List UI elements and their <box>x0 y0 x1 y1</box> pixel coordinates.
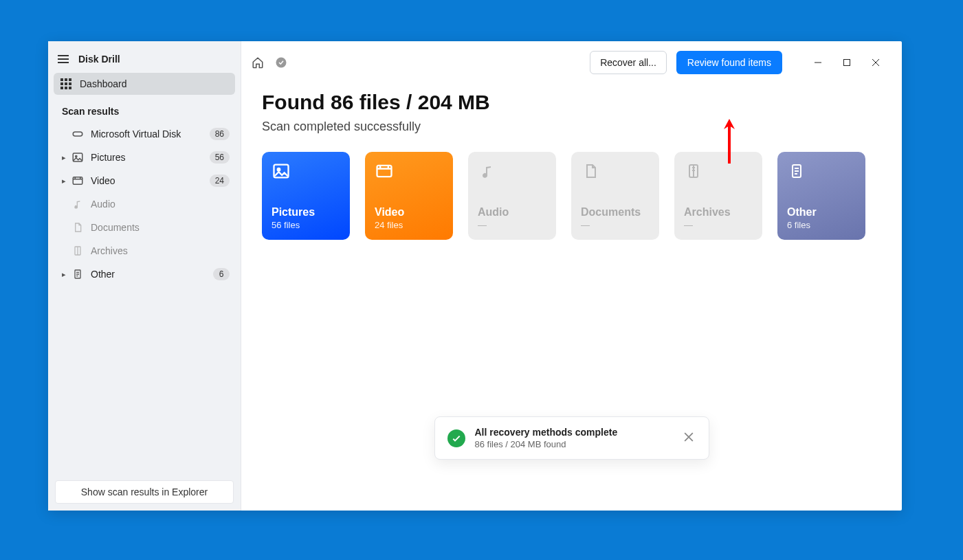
svg-rect-3 <box>73 177 82 185</box>
sidebar-items: Dashboard Scan results ▸ Microsoft Virtu… <box>48 73 241 473</box>
card-sub: 24 files <box>375 220 443 230</box>
close-button[interactable] <box>862 52 889 74</box>
sidebar-item-label: Pictures <box>91 152 210 163</box>
card-documents[interactable]: Documents — <box>571 152 659 240</box>
check-icon <box>447 429 465 447</box>
count-badge: 86 <box>210 128 230 140</box>
sidebar-item-label: Video <box>91 175 210 186</box>
minimize-button[interactable] <box>804 52 832 74</box>
app-title: Disk Drill <box>78 54 120 65</box>
card-title: Archives <box>684 206 753 219</box>
sidebar-item-label: Audio <box>91 199 230 210</box>
count-badge: 6 <box>213 268 230 280</box>
card-title: Video <box>375 206 443 219</box>
card-sub: — <box>581 220 650 230</box>
card-sub: 6 files <box>787 220 856 230</box>
svg-point-2 <box>76 155 77 157</box>
document-icon <box>581 161 600 181</box>
count-badge: 24 <box>210 175 230 187</box>
hamburger-icon[interactable] <box>58 55 69 63</box>
svg-rect-0 <box>73 132 82 136</box>
toast-sub: 86 files / 204 MB found <box>475 439 672 449</box>
svg-point-6 <box>276 58 287 68</box>
video-icon <box>71 175 84 187</box>
sidebar-item-pictures[interactable]: ▸ Pictures 56 <box>55 146 234 169</box>
card-pictures[interactable]: Pictures 56 files <box>262 152 350 240</box>
review-found-items-button[interactable]: Review found items <box>676 51 782 74</box>
toast-title: All recovery methods complete <box>475 427 672 438</box>
sidebar-item-other[interactable]: ▸ Other 6 <box>55 262 234 286</box>
chevron-right-icon[interactable]: ▸ <box>59 270 69 279</box>
card-title: Audio <box>478 206 546 219</box>
svg-rect-7 <box>844 60 850 66</box>
chevron-right-icon[interactable]: ▸ <box>59 153 69 162</box>
cards-row: Pictures 56 files Video 24 files <box>262 152 881 240</box>
close-icon[interactable] <box>681 429 696 447</box>
sidebar-item-label: Microsoft Virtual Disk <box>91 128 210 139</box>
window-controls <box>804 52 889 74</box>
archive-icon <box>684 161 703 181</box>
document-icon <box>71 221 84 234</box>
card-video[interactable]: Video 24 files <box>365 152 453 240</box>
card-sub: — <box>684 220 753 230</box>
audio-icon <box>71 198 84 210</box>
count-badge: 56 <box>210 151 230 164</box>
other-file-icon <box>787 161 806 181</box>
main-panel: Recover all... Review found items Found … <box>241 41 902 511</box>
sidebar-item-dashboard[interactable]: Dashboard <box>54 73 235 95</box>
picture-icon <box>71 151 84 164</box>
show-in-explorer-button[interactable]: Show scan results in Explorer <box>55 480 234 504</box>
other-file-icon <box>71 268 84 280</box>
video-icon <box>375 161 394 181</box>
sidebar-item-label: Other <box>91 269 213 280</box>
sidebar-item-documents[interactable]: ▸ Documents <box>55 216 234 239</box>
sidebar-item-video[interactable]: ▸ Video 24 <box>55 169 234 192</box>
home-icon[interactable] <box>251 56 265 69</box>
card-audio[interactable]: Audio — <box>468 152 556 240</box>
disk-icon <box>71 128 84 140</box>
sidebar-item-label: Documents <box>91 222 230 233</box>
svg-point-9 <box>278 168 280 171</box>
card-archives[interactable]: Archives — <box>674 152 762 240</box>
page-subtitle: Scan completed successfully <box>262 120 881 134</box>
card-title: Documents <box>581 206 650 219</box>
audio-icon <box>478 161 497 181</box>
card-sub: — <box>478 220 546 230</box>
svg-rect-10 <box>377 166 392 177</box>
sidebar-footer: Show scan results in Explorer <box>48 473 241 511</box>
card-sub: 56 files <box>272 220 340 230</box>
sidebar-header: Disk Drill <box>48 41 241 73</box>
maximize-button[interactable] <box>833 52 861 74</box>
sidebar-item-disk[interactable]: ▸ Microsoft Virtual Disk 86 <box>55 122 234 146</box>
card-title: Pictures <box>272 206 340 219</box>
toast-body: All recovery methods complete 86 files /… <box>475 427 672 449</box>
recover-all-button[interactable]: Recover all... <box>590 51 667 74</box>
sidebar-item-label: Dashboard <box>80 78 127 89</box>
sidebar-item-archives[interactable]: ▸ Archives <box>55 239 234 262</box>
page-title: Found 86 files / 204 MB <box>262 91 881 114</box>
sidebar-item-label: Archives <box>91 245 230 256</box>
sidebar: Disk Drill Dashboard Scan results ▸ Micr… <box>48 41 241 511</box>
sidebar-section-title: Scan results <box>54 96 235 122</box>
app-window: Disk Drill Dashboard Scan results ▸ Micr… <box>48 41 902 511</box>
toolbar: Recover all... Review found items <box>241 41 902 84</box>
toast: All recovery methods complete 86 files /… <box>434 416 709 460</box>
grid-icon <box>60 78 71 89</box>
content: Found 86 files / 204 MB Scan completed s… <box>241 84 902 247</box>
archive-icon <box>71 245 84 257</box>
sidebar-item-audio[interactable]: ▸ Audio <box>55 192 234 216</box>
card-title: Other <box>787 206 856 219</box>
card-other[interactable]: Other 6 files <box>777 152 865 240</box>
picture-icon <box>272 161 291 181</box>
check-circle-icon[interactable] <box>274 56 288 69</box>
chevron-right-icon[interactable]: ▸ <box>59 177 69 186</box>
